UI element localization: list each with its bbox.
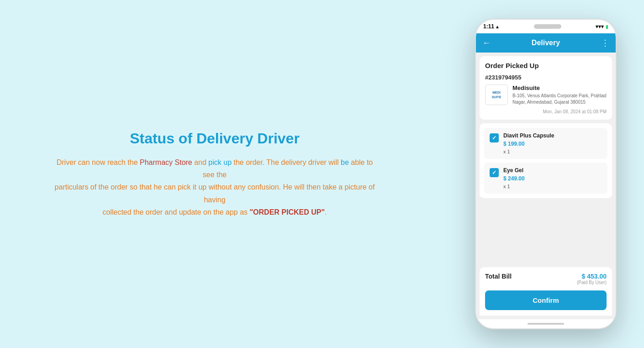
confirm-button[interactable]: Confirm bbox=[485, 290, 607, 310]
location-icon: ▲ bbox=[495, 24, 500, 29]
desc-text-2: Pharmacy Store bbox=[140, 158, 192, 166]
back-button[interactable]: ← bbox=[482, 38, 491, 48]
item-1-qty: x 1 bbox=[503, 149, 554, 154]
bill-section: Total Bill $ 453.00 (Paid By User) bbox=[480, 267, 612, 290]
bill-amount: $ 453.00 bbox=[577, 273, 607, 280]
item-2-details: Eye Gel $ 249.00 x 1 bbox=[503, 167, 525, 189]
pharmacy-logo-text: MEDISUITE bbox=[491, 90, 502, 100]
pharmacy-logo: MEDISUITE bbox=[485, 84, 508, 105]
phone-mockup: 1:11 ▲ ▾▾▾ ▮ ← Delivery ⋮ Order Picke bbox=[475, 19, 617, 329]
item-card-1: ✓ Diavit Plus Capsule $ 199.00 x 1 bbox=[484, 128, 607, 159]
pharmacy-address: B-105, Venus Atlantis Corporate Park, Pr… bbox=[512, 93, 607, 105]
item-2-price: $ 249.00 bbox=[503, 175, 525, 182]
home-bar bbox=[528, 323, 564, 325]
phone-content[interactable]: Order Picked Up #2319794955 MEDISUITE Me… bbox=[476, 53, 616, 319]
status-icons: ▾▾▾ ▮ bbox=[596, 24, 608, 30]
battery-icon: ▮ bbox=[606, 24, 608, 29]
desc-text-8: "ORDER PICKED UP" bbox=[250, 208, 325, 216]
item-card-2: ✓ Eye Gel $ 249.00 x 1 bbox=[484, 163, 607, 194]
home-indicator bbox=[476, 319, 616, 328]
checkmark-icon-1: ✓ bbox=[492, 135, 496, 141]
main-title: Status of Delivery Driver bbox=[37, 130, 393, 147]
pharmacy-info: Medisuite B-105, Venus Atlantis Corporat… bbox=[512, 84, 607, 105]
wifi-icon: ▾▾▾ bbox=[596, 24, 604, 30]
item-1-name: Diavit Plus Capsule bbox=[503, 132, 554, 139]
pharmacy-row: MEDISUITE Medisuite B-105, Venus Atlanti… bbox=[485, 84, 607, 105]
item-1-checkbox[interactable]: ✓ bbox=[490, 133, 499, 142]
item-1-price: $ 199.00 bbox=[503, 141, 554, 147]
desc-text-1: Driver can now reach the bbox=[57, 158, 140, 166]
desc-text-4: pick up bbox=[208, 158, 232, 166]
item-1-details: Diavit Plus Capsule $ 199.00 x 1 bbox=[503, 132, 554, 154]
left-content: Status of Delivery Driver Driver can now… bbox=[37, 130, 393, 218]
confirm-section: Confirm bbox=[480, 290, 612, 316]
app-header: ← Delivery ⋮ bbox=[476, 33, 616, 53]
desc-text-5: the order. The delivery driver will bbox=[232, 158, 341, 166]
bill-amount-wrapper: $ 453.00 (Paid By User) bbox=[577, 273, 607, 285]
item-2-qty: x 1 bbox=[503, 184, 525, 189]
order-picked-up-title: Order Picked Up bbox=[485, 62, 607, 69]
desc-text-9: . bbox=[325, 208, 327, 216]
order-id: #2319794955 bbox=[485, 74, 607, 81]
bill-paid-by: (Paid By User) bbox=[577, 280, 607, 285]
header-title: Delivery bbox=[532, 39, 560, 47]
checkmark-icon-2: ✓ bbox=[492, 169, 496, 176]
desc-text-3: and bbox=[192, 158, 209, 166]
time-text: 1:11 bbox=[483, 23, 494, 30]
item-2-checkbox[interactable]: ✓ bbox=[490, 168, 499, 177]
order-date: Mon, Jan 08, 2024 at 01:08 PM bbox=[485, 109, 607, 114]
bill-label: Total Bill bbox=[485, 273, 512, 280]
notch bbox=[534, 24, 561, 29]
pharmacy-name: Medisuite bbox=[512, 84, 607, 91]
status-time: 1:11 ▲ bbox=[483, 23, 500, 30]
phone-inner: 1:11 ▲ ▾▾▾ ▮ ← Delivery ⋮ Order Picke bbox=[476, 20, 616, 328]
desc-text-6: be bbox=[341, 158, 349, 166]
items-section: ✓ Diavit Plus Capsule $ 199.00 x 1 ✓ bbox=[480, 123, 612, 198]
spacer bbox=[476, 202, 616, 267]
page-wrapper: Status of Delivery Driver Driver can now… bbox=[0, 0, 644, 348]
order-section: Order Picked Up #2319794955 MEDISUITE Me… bbox=[480, 56, 612, 120]
item-2-name: Eye Gel bbox=[503, 167, 525, 174]
status-bar: 1:11 ▲ ▾▾▾ ▮ bbox=[476, 20, 616, 33]
desc-text-7: able to see theparticulars of the order … bbox=[55, 158, 375, 216]
description: Driver can now reach the Pharmacy Store … bbox=[50, 156, 379, 218]
more-button[interactable]: ⋮ bbox=[601, 38, 609, 48]
